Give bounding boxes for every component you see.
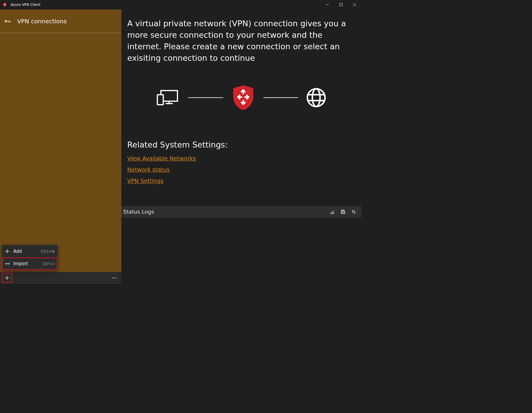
svg-rect-28 — [342, 210, 344, 211]
app-title: Azure VPN Client — [11, 3, 40, 7]
menu-item-add[interactable]: Add Ctrl+N — [2, 245, 58, 258]
globe-icon — [306, 88, 326, 107]
app-window: Azure VPN Client — [0, 0, 361, 284]
status-logs-label: Status Logs — [123, 209, 154, 215]
menu-item-label: Add — [13, 249, 38, 254]
vpn-diagram — [127, 85, 355, 111]
svg-point-5 — [6, 21, 6, 22]
svg-point-12 — [112, 278, 113, 278]
sidebar-bottombar — [0, 272, 121, 284]
window-controls — [321, 0, 361, 9]
titlebar: Azure VPN Client — [0, 0, 361, 9]
erase-icon[interactable] — [328, 208, 337, 216]
menu-item-shortcut: Ctrl+N — [41, 249, 55, 254]
link-network-status[interactable]: Network status — [127, 166, 170, 173]
sidebar: VPN connections Add Ctrl+N Import — [0, 9, 121, 284]
related-settings-title: Related System Settings: — [127, 140, 355, 149]
more-button[interactable] — [110, 273, 119, 283]
svg-rect-18 — [157, 95, 163, 105]
shield-icon — [231, 85, 255, 111]
sidebar-header: VPN connections — [0, 9, 121, 33]
svg-point-13 — [114, 278, 115, 278]
link-vpn-settings[interactable]: VPN Settings — [127, 178, 164, 184]
maximize-button[interactable] — [334, 0, 348, 9]
vpn-connections-icon — [5, 18, 11, 24]
svg-point-24 — [312, 89, 320, 106]
svg-point-23 — [307, 89, 325, 106]
svg-rect-29 — [342, 212, 344, 214]
sidebar-context-menu: Add Ctrl+N Import Ctrl+I — [2, 245, 58, 270]
close-button[interactable] — [348, 0, 361, 9]
devices-icon — [157, 89, 180, 106]
app-shield-icon — [2, 2, 7, 7]
save-icon[interactable] — [339, 208, 347, 216]
menu-item-label: Import — [13, 261, 40, 266]
plus-icon — [4, 249, 10, 253]
status-logs-area — [121, 218, 361, 284]
import-icon — [4, 262, 10, 266]
related-settings: Related System Settings: View Available … — [127, 140, 355, 184]
svg-rect-1 — [340, 4, 342, 6]
main-pane: A virtual private network (VPN) connecti… — [121, 9, 361, 284]
minimize-button[interactable] — [321, 0, 334, 9]
menu-item-import[interactable]: Import Ctrl+I — [2, 258, 58, 270]
link-available-networks[interactable]: View Available Networks — [127, 155, 196, 162]
diagram-connector — [188, 97, 223, 98]
menu-item-shortcut: Ctrl+I — [43, 261, 55, 266]
sidebar-title: VPN connections — [17, 18, 67, 25]
sort-icon[interactable] — [350, 208, 358, 216]
svg-point-14 — [116, 278, 117, 278]
diagram-connector — [263, 97, 298, 98]
status-logs-bar: Status Logs — [121, 206, 361, 218]
intro-text: A virtual private network (VPN) connecti… — [127, 18, 355, 64]
add-connection-button[interactable] — [2, 273, 12, 283]
